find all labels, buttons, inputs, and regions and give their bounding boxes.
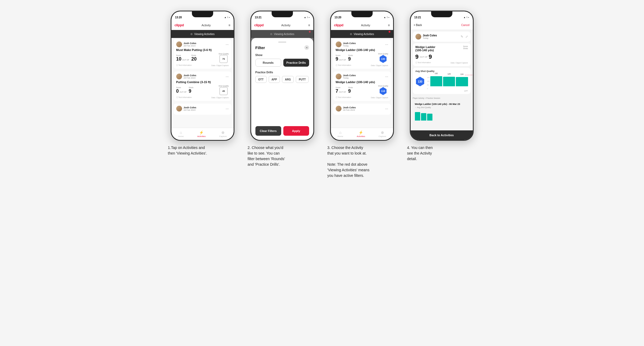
bar-2: 129 <box>443 77 455 86</box>
back-to-activities-btn[interactable]: Back to Activities <box>430 134 454 137</box>
app-logo-2[interactable]: clippd <box>254 23 264 27</box>
status-time-2: 13:21 <box>255 16 262 19</box>
phone-1: 13:20 ▲ ⌇ ▪ clippd Activity ≡ ⚙ Viewing … <box>171 11 234 141</box>
phone-notch <box>192 11 213 17</box>
apply-btn[interactable]: Apply <box>283 126 309 136</box>
step-4: 13:21 ▲ ⌇ ▪ < Back Cancel <box>407 11 476 162</box>
nav-activities-1[interactable]: ⚡ Activities <box>197 130 206 138</box>
viewing-bar-1[interactable]: ⚙ Viewing Activities <box>171 30 234 38</box>
nav-home-3[interactable]: ⌂ Home <box>338 130 343 138</box>
activity-card-p3-2[interactable]: Josh Coles Today ··· Wedge Ladder (100-1… <box>333 71 391 101</box>
app-logo[interactable]: clippd <box>175 23 184 27</box>
session-mini-chart <box>415 110 469 121</box>
nav-capture-label-1: Capture <box>219 135 227 138</box>
menu-icon[interactable]: ≡ <box>228 23 230 27</box>
card-user-p3-2: Josh Coles Today <box>336 74 356 79</box>
avatar-1 <box>176 41 182 47</box>
rounds-toggle[interactable]: Rounds <box>255 59 281 67</box>
bar-label-2: 129 <box>448 73 451 75</box>
activities-icon-3: ⚡ <box>359 130 363 135</box>
status-icons-4: ▲ ⌇ ▪ <box>464 16 469 19</box>
user-date-p3-3: 28 Feb 2023 <box>343 109 356 111</box>
score-col-label: Score <box>463 45 468 47</box>
clear-filters-btn[interactable]: Clear Filters <box>255 126 281 136</box>
nav-capture-1[interactable]: ⊕ Capture <box>219 130 227 138</box>
viewing-bar-label: Viewing Activities <box>194 33 215 36</box>
signal-icon: ▲ <box>224 16 226 19</box>
user-name-p3-2: Josh Coles <box>343 74 356 77</box>
drill-arg[interactable]: ARG <box>282 76 294 83</box>
menu-icon-3[interactable]: ≡ <box>388 23 390 27</box>
user-date-p3-2: Today <box>343 77 356 79</box>
user-name-1: Josh Coles <box>184 42 196 45</box>
nav-activities-3[interactable]: ⚡ Activities <box>357 130 365 138</box>
sq-badge-p3-1: 130 <box>379 55 387 63</box>
cancel-btn[interactable]: Cancel <box>461 24 469 27</box>
wifi-icon-4: ⌇ <box>466 16 468 19</box>
bottom-cta[interactable]: Back to Activities <box>411 130 473 140</box>
phone-scroll-3: Josh Coles Today ··· Wedge Ladder (100-1… <box>331 38 393 128</box>
activity-card-p3-1[interactable]: Josh Coles Today ··· Wedge Ladder (100-1… <box>333 39 391 69</box>
filter-title: Filter <box>255 45 265 50</box>
card-menu-p3-3[interactable]: ··· <box>385 107 388 110</box>
session-detail-card[interactable]: Wedge Ladder (100-140 yds) - 06 Mar 23 →… <box>413 101 471 122</box>
signal-icon-3: ▲ <box>384 16 386 19</box>
drill-app[interactable]: APP <box>269 76 280 83</box>
detail-main-card: Wedge Ladder(100-140 yds) Score Shots 9 … <box>413 43 471 66</box>
step-1: 13:20 ▲ ⌇ ▪ clippd Activity ≡ ⚙ Viewing … <box>168 11 237 156</box>
menu-icon-2[interactable]: ≡ <box>308 23 310 27</box>
filter-close-btn[interactable]: ✕ <box>304 45 309 50</box>
red-dot-3 <box>389 31 390 33</box>
activity-card-2[interactable]: Josh Coles 28 Feb 2023 ··· Putting Combi… <box>174 71 231 101</box>
card-user-p3-1: Josh Coles Today <box>336 41 356 47</box>
nav-capture-3[interactable]: ⊕ Capture <box>379 130 386 138</box>
back-btn[interactable]: < Back <box>414 24 422 27</box>
filter-toggle-row: Rounds Practice Drills <box>255 59 309 67</box>
card-menu-p3-1[interactable]: ··· <box>385 42 388 46</box>
footer-data-2: Data: Clippd Capture <box>211 97 229 99</box>
footer-data-p3-1: Data: Clippd Capture <box>371 65 388 66</box>
detail-user-card: Josh Coles Today ✎ ⤢ <box>413 32 471 42</box>
footer-info-2: ⓘ Test Information <box>176 96 192 99</box>
card-user-2: Josh Coles 28 Feb 2023 <box>176 74 196 79</box>
y-label-100: 100 <box>427 80 430 82</box>
home-icon-3: ⌂ <box>339 130 341 135</box>
battery-icon-2: ▪ <box>309 16 310 19</box>
bar-3: 124 <box>456 77 468 86</box>
nav-home-label-1: Home <box>178 135 184 138</box>
edit-icon[interactable]: ✎ <box>461 35 463 39</box>
chart-y-axis: 140 100 50 0 <box>427 77 430 89</box>
nav-home-label-3: Home <box>338 135 343 138</box>
status-icons: ▲ ⌇ ▪ <box>224 16 230 19</box>
bar-label-3: 124 <box>460 73 464 75</box>
viewing-bar-3[interactable]: ⚙ Viewing Activities <box>331 30 393 38</box>
phone-3: 13:20 ▲ ⌇ ▪ clippd Activity ≡ ⚙ Viewing … <box>330 11 394 141</box>
card-menu-1[interactable]: ··· <box>226 42 229 46</box>
y-label-0: 0 <box>427 88 430 89</box>
activity-card-3-partial[interactable]: Josh Coles 28 Feb 2023 ··· <box>174 104 231 115</box>
card-menu-2[interactable]: ··· <box>226 75 229 78</box>
practice-drills-toggle[interactable]: Practice Drills <box>283 59 309 67</box>
sq-label-2: Shot Quality <box>218 85 229 87</box>
avatar-p4 <box>415 34 421 40</box>
drill-putt[interactable]: PUTT <box>296 76 309 83</box>
expand-icon[interactable]: ⤢ <box>465 35 468 39</box>
card-menu-p3-2[interactable]: ··· <box>385 75 388 78</box>
avatar-p3-3 <box>336 106 342 112</box>
filter-drills-label: Practice Drills <box>255 71 309 74</box>
filter-sheet: Filter ✕ Show Rounds Practice Drills Pra… <box>251 38 313 140</box>
activity-card-1[interactable]: Josh Coles 28 Feb 2023 ··· Must Make Put… <box>174 39 231 69</box>
caption-3: 3. Choose the Activitythat you want to l… <box>327 145 397 178</box>
footer-p3-1: ⓘ Test Information <box>336 64 351 67</box>
detail-action-icons: ✎ ⤢ <box>461 35 468 39</box>
bottom-nav-1: ⌂ Home ⚡ Activities ⊕ Capture <box>171 128 234 140</box>
activity-card-p3-3-partial[interactable]: Josh Coles 28 Feb 2023 ··· <box>333 104 391 115</box>
drill-ott[interactable]: OTT <box>255 76 267 83</box>
app-logo-3[interactable]: clippd <box>334 23 343 27</box>
header-title-2: Activity <box>281 24 291 27</box>
app-header-3: clippd Activity ≡ <box>331 20 393 30</box>
app-header-2: clippd Activity ≡ <box>251 20 313 30</box>
nav-home-1[interactable]: ⌂ Home <box>178 130 184 138</box>
card-menu-3[interactable]: ··· <box>226 107 229 110</box>
viewing-bar-label-2: Viewing Activities <box>274 33 294 36</box>
